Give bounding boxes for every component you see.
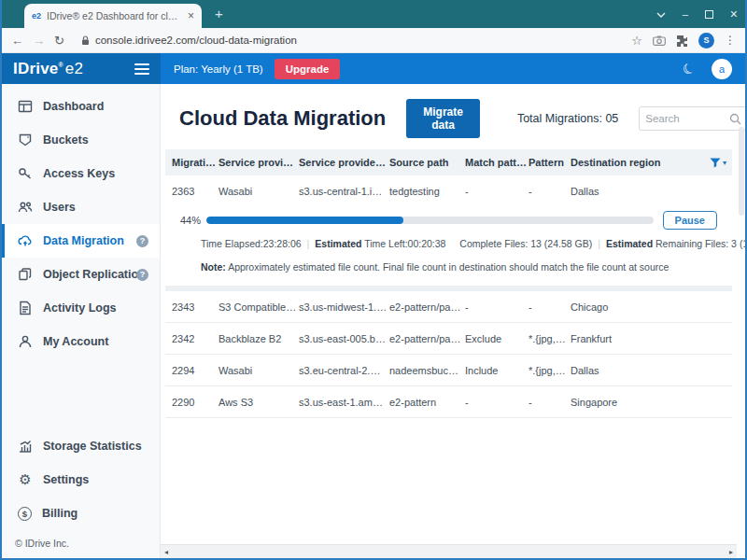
sidebar-item-dashboard[interactable]: Dashboard <box>2 90 160 123</box>
table-row[interactable]: 2363 Wasabi s3.us-central-1.idrivee2... … <box>165 175 732 207</box>
sidebar: Dashboard Buckets Access Keys Users Data… <box>2 84 161 558</box>
main-content: Cloud Data Migration Migrate data Total … <box>161 84 745 558</box>
browser-addressbar: ← → ↻ console.idrivee2.com/cloud-data-mi… <box>2 28 745 53</box>
progress-note: Note: Approximately estimated file count… <box>201 261 732 273</box>
col-source-path: Source path <box>388 157 463 168</box>
migrate-data-button[interactable]: Migrate data <box>406 99 480 138</box>
sidebar-item-buckets[interactable]: Buckets <box>2 123 160 157</box>
pause-button[interactable]: Pause <box>663 211 717 230</box>
account-avatar[interactable]: a <box>712 59 732 79</box>
horizontal-scrollbar[interactable]: ◂ ▸ <box>161 544 737 558</box>
col-provider-name: Service provider name <box>217 157 297 168</box>
page-title: Cloud Data Migration <box>179 106 386 131</box>
sidebar-item-billing[interactable]: $ Billing <box>2 497 160 530</box>
dark-mode-moon-icon[interactable]: ☾ <box>679 59 698 79</box>
url-text: console.idrivee2.com/cloud-data-migratio… <box>95 35 297 46</box>
help-badge-icon[interactable]: ? <box>136 269 148 281</box>
reload-icon[interactable]: ↻ <box>54 34 64 48</box>
tab-title: IDrive® e2 Dashboard for cloud <box>47 10 182 21</box>
progress-bar <box>206 217 654 224</box>
filter-funnel-icon <box>710 158 721 168</box>
help-badge-icon[interactable]: ? <box>136 235 148 247</box>
bucket-icon <box>18 133 33 147</box>
col-destination-region: Destination region <box>569 157 704 168</box>
copyright-text: © IDrive Inc. <box>2 530 160 558</box>
col-match-rule: Match pattern rule <box>463 157 527 168</box>
app-header: IDrive®e2 Plan: Yearly (1 TB) Upgrade ☾ … <box>2 53 745 84</box>
camera-icon[interactable] <box>653 35 666 46</box>
users-icon <box>18 200 33 215</box>
tab-close-icon[interactable]: × <box>188 9 194 22</box>
sidebar-item-users[interactable]: Users <box>2 190 160 224</box>
gear-icon: ⚙ <box>18 471 33 488</box>
sidebar-item-activity-logs[interactable]: Activity Logs <box>2 291 160 325</box>
table-row[interactable]: 2290 Aws S3 s3.us-east-1.amazonaws... e2… <box>165 386 732 418</box>
browser-tab[interactable]: e2 IDrive® e2 Dashboard for cloud × <box>24 4 202 28</box>
bar-chart-icon <box>18 439 33 454</box>
table-row[interactable]: 2294 Wasabi s3.eu-central-2.wasabis... n… <box>165 355 732 386</box>
window-close-button[interactable]: × <box>730 7 738 21</box>
progress-details: Time Elapsed:23:28:06|Estimated Time Lef… <box>201 238 732 249</box>
search-box[interactable] <box>639 106 747 131</box>
vertical-scrollbar[interactable] <box>738 127 745 543</box>
url-field[interactable]: console.idrivee2.com/cloud-data-migratio… <box>74 35 622 46</box>
sidebar-item-data-migration[interactable]: Data Migration ? <box>2 224 160 258</box>
sidebar-item-access-keys[interactable]: Access Keys <box>2 157 160 190</box>
activity-logs-icon <box>18 301 33 315</box>
migration-progress-panel: 44% Pause Time Elapsed:23:28:06|Estimate… <box>165 207 732 286</box>
lock-icon <box>81 35 90 46</box>
object-replication-icon <box>18 267 33 282</box>
table-header-row: Migration ID Service provider name Servi… <box>165 149 732 175</box>
scroll-right-arrow-icon[interactable]: ▸ <box>729 548 733 556</box>
table-row[interactable]: 2343 S3 Compatible Storage s3.us-midwest… <box>165 291 732 323</box>
extensions-puzzle-icon[interactable] <box>676 35 688 47</box>
window-chevron-icon[interactable] <box>656 9 666 20</box>
dashboard-icon <box>18 99 33 114</box>
scroll-left-arrow-icon[interactable]: ◂ <box>164 548 168 556</box>
person-icon <box>18 334 33 349</box>
window-maximize-button[interactable] <box>705 10 713 19</box>
browser-menu-dots-icon[interactable]: ⋮ <box>725 34 736 47</box>
billing-dollar-icon: $ <box>18 507 32 521</box>
key-icon <box>18 166 33 181</box>
browser-window: e2 IDrive® e2 Dashboard for cloud × + – … <box>0 0 747 560</box>
forward-icon[interactable]: → <box>33 34 45 48</box>
col-provider-endpoint: Service provider endpoint <box>297 157 388 168</box>
filter-button[interactable]: ▾ <box>704 158 732 168</box>
filter-caret-icon: ▾ <box>723 159 726 167</box>
window-minimize-button[interactable]: – <box>683 9 688 20</box>
plan-label: Plan: Yearly (1 TB) <box>174 63 263 75</box>
bookmark-star-icon[interactable]: ☆ <box>631 34 642 48</box>
new-tab-button[interactable]: + <box>215 6 223 21</box>
sidebar-item-my-account[interactable]: My Account <box>2 325 160 358</box>
table-row[interactable]: 2342 Backblaze B2 s3.us-east-005.backbla… <box>165 323 732 355</box>
upgrade-button[interactable]: Upgrade <box>275 59 341 79</box>
sidebar-item-object-replication[interactable]: Object Replication ? <box>2 258 160 291</box>
col-pattern: Pattern <box>527 157 569 168</box>
browser-profile-avatar[interactable]: S <box>698 33 714 49</box>
idrive-e2-logo: IDrive®e2 <box>13 60 83 78</box>
total-migrations-label: Total Migrations: 05 <box>517 112 618 125</box>
migrations-table: Migration ID Service provider name Servi… <box>165 149 732 418</box>
vertical-scrollbar-thumb[interactable] <box>739 127 744 216</box>
col-migration-id: Migration ID <box>165 157 217 168</box>
favicon-e2: e2 <box>32 11 41 21</box>
search-icon <box>729 113 741 125</box>
back-icon[interactable]: ← <box>11 34 23 48</box>
progress-percent: 44% <box>170 215 201 226</box>
sidebar-item-storage-statistics[interactable]: Storage Statistics <box>2 429 160 463</box>
progress-fill <box>206 217 403 224</box>
search-input[interactable] <box>645 113 729 124</box>
sidebar-item-settings[interactable]: ⚙ Settings <box>2 463 160 497</box>
data-migration-cloud-icon <box>18 233 33 248</box>
browser-titlebar: e2 IDrive® e2 Dashboard for cloud × + – … <box>2 0 745 28</box>
hamburger-menu-icon[interactable] <box>134 63 149 75</box>
